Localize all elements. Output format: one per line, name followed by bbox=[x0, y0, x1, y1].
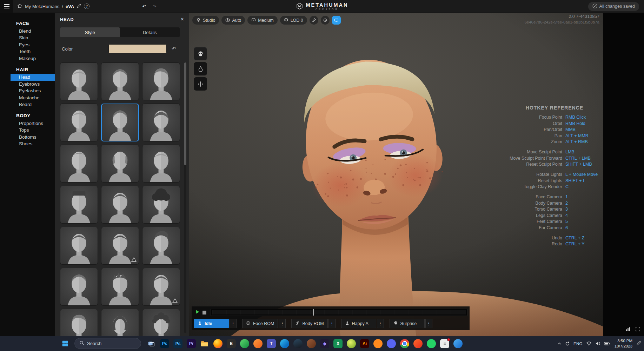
photoshop-icon[interactable]: Ps bbox=[160, 339, 169, 348]
sidebar-item-makeup[interactable]: Makeup bbox=[0, 55, 55, 62]
wifi-icon[interactable] bbox=[586, 341, 592, 346]
anim-clip-face-rom[interactable]: Face ROM bbox=[242, 319, 278, 328]
app-brown-icon[interactable] bbox=[307, 339, 316, 348]
hairstyle-thumb-11[interactable] bbox=[101, 186, 139, 224]
tab-details[interactable]: Details bbox=[120, 27, 180, 37]
excel-icon[interactable]: X bbox=[333, 339, 343, 348]
tray-sync-icon[interactable] bbox=[565, 341, 570, 346]
hairstyle-thumb-2[interactable] bbox=[101, 62, 139, 100]
sidebar-item-mustache[interactable]: Mustache bbox=[0, 94, 55, 101]
close-icon[interactable]: × bbox=[181, 16, 184, 22]
play-button[interactable] bbox=[195, 310, 200, 315]
hairstyle-thumb-13[interactable] bbox=[60, 227, 98, 265]
tab-style[interactable]: Style bbox=[60, 27, 120, 37]
menu-icon[interactable] bbox=[0, 0, 13, 13]
hairstyle-thumb-12[interactable] bbox=[142, 186, 180, 224]
lod-chip[interactable]: LOD 0 bbox=[280, 16, 307, 25]
illustrator-icon[interactable]: Ai bbox=[360, 339, 369, 348]
tray-chevron-icon[interactable] bbox=[557, 342, 562, 346]
stats-icon[interactable] bbox=[625, 326, 631, 333]
hairstyle-thumb-9[interactable] bbox=[142, 145, 180, 183]
hairstyle-thumb-14[interactable] bbox=[101, 227, 139, 265]
clip-menu-icon[interactable]: ⋮ bbox=[230, 319, 237, 328]
pen-icon[interactable] bbox=[636, 341, 641, 346]
file-explorer-icon[interactable] bbox=[200, 339, 209, 348]
language-indicator[interactable]: ENG bbox=[573, 342, 583, 346]
firefox-icon[interactable] bbox=[213, 339, 223, 348]
anim-clip-idle[interactable]: Idle bbox=[194, 319, 229, 328]
hairstyle-thumb-4[interactable] bbox=[60, 104, 98, 141]
move-tool[interactable] bbox=[194, 77, 207, 91]
sidebar-item-bottoms[interactable]: Bottoms bbox=[0, 134, 55, 141]
sidebar-item-teeth[interactable]: Teeth bbox=[0, 48, 55, 55]
start-button[interactable] bbox=[60, 338, 70, 349]
breadcrumb-root[interactable]: My MetaHumans bbox=[25, 4, 59, 9]
timeline-scrubber[interactable] bbox=[211, 309, 467, 316]
hairstyle-thumb-3[interactable] bbox=[142, 62, 180, 100]
help-icon[interactable]: ? bbox=[84, 4, 89, 9]
taskbar-search[interactable]: Search bbox=[74, 338, 141, 349]
task-view-icon[interactable] bbox=[147, 339, 156, 348]
app-green-icon[interactable] bbox=[240, 339, 249, 348]
app-orange-icon[interactable] bbox=[253, 339, 263, 348]
photoshop-beta-icon[interactable]: Ps bbox=[173, 339, 182, 348]
fullscreen-icon[interactable] bbox=[635, 326, 640, 333]
sidebar-item-eyes[interactable]: Eyes bbox=[0, 41, 55, 48]
clip-menu-icon[interactable]: ⋮ bbox=[279, 319, 286, 328]
obsidian-icon[interactable]: ◆ bbox=[320, 339, 329, 348]
hairstyle-thumb-16[interactable] bbox=[60, 268, 98, 306]
hairstyle-thumb-5[interactable] bbox=[101, 104, 139, 141]
brave-icon[interactable] bbox=[413, 339, 423, 348]
color-swatch[interactable] bbox=[108, 44, 167, 53]
hairstyle-thumb-10[interactable] bbox=[60, 186, 98, 224]
steam-icon[interactable] bbox=[293, 339, 303, 348]
anim-clip-happy-a[interactable]: Happy A bbox=[341, 319, 376, 328]
sidebar-item-skin[interactable]: Skin bbox=[0, 35, 55, 42]
sculpt-brush-button[interactable] bbox=[310, 16, 318, 25]
sculpt-tool[interactable] bbox=[194, 62, 207, 75]
clip-menu-icon[interactable]: ⋮ bbox=[425, 319, 432, 328]
rename-icon[interactable] bbox=[77, 4, 81, 9]
battery-icon[interactable] bbox=[604, 342, 610, 345]
teams-icon[interactable]: T bbox=[267, 339, 276, 348]
sidebar-item-head[interactable]: Head bbox=[11, 74, 55, 81]
volume-icon[interactable] bbox=[595, 341, 600, 346]
quality-chip[interactable]: Medium bbox=[247, 16, 277, 25]
app-orange-2-icon[interactable] bbox=[373, 339, 383, 348]
hairstyle-thumb-18[interactable] bbox=[142, 268, 180, 306]
edge-icon[interactable] bbox=[280, 339, 289, 348]
hairstyle-thumb-8[interactable] bbox=[101, 145, 139, 183]
hairstyle-thumb-20[interactable] bbox=[101, 309, 139, 336]
anim-clip-body-rom[interactable]: Body ROM bbox=[291, 319, 327, 328]
clip-menu-icon[interactable]: ⋮ bbox=[377, 319, 384, 328]
sidebar-item-eyebrows[interactable]: Eyebrows bbox=[0, 81, 55, 88]
hairstyle-thumb-7[interactable] bbox=[60, 145, 98, 183]
clip-menu-icon[interactable]: ⋮ bbox=[328, 319, 336, 328]
sidebar-item-tops[interactable]: Tops bbox=[0, 127, 55, 134]
sidebar-item-blend[interactable]: Blend bbox=[0, 28, 55, 35]
redo-button[interactable]: ↷ bbox=[152, 4, 156, 9]
hairstyle-thumb-6[interactable] bbox=[142, 104, 180, 141]
notes-icon[interactable]: ≡ bbox=[440, 339, 449, 348]
hairstyle-thumb-17[interactable] bbox=[101, 268, 139, 306]
stop-button[interactable] bbox=[203, 311, 206, 314]
auto-camera-chip[interactable]: Auto bbox=[221, 16, 245, 25]
clay-render-button[interactable] bbox=[321, 16, 330, 25]
premiere-pro-icon[interactable]: Pr bbox=[187, 339, 196, 348]
epic-games-icon[interactable]: E bbox=[227, 339, 236, 348]
chrome-icon[interactable] bbox=[400, 339, 409, 348]
whatsapp-icon[interactable] bbox=[427, 339, 436, 348]
undo-button[interactable]: ↶ bbox=[142, 4, 146, 9]
home-icon[interactable] bbox=[17, 3, 22, 10]
app-lime-icon[interactable] bbox=[347, 339, 356, 348]
anim-clip-surprise[interactable]: Surprise bbox=[390, 319, 425, 328]
hairstyle-thumb-21[interactable] bbox=[142, 309, 180, 336]
3d-viewport[interactable]: Studio Auto Medium LOD 0 2.0 7 bbox=[189, 13, 603, 336]
taskbar-clock[interactable]: 3:50 PM 10/7/2023 bbox=[615, 338, 632, 349]
studio-lighting-chip[interactable]: Studio bbox=[192, 16, 219, 25]
app-blue-icon[interactable] bbox=[453, 339, 463, 348]
sidebar-item-beard[interactable]: Beard bbox=[0, 101, 55, 108]
reset-color-icon[interactable]: ↶ bbox=[172, 46, 176, 52]
sidebar-item-eyelashes[interactable]: Eyelashes bbox=[0, 88, 55, 95]
discord-icon[interactable] bbox=[387, 339, 396, 348]
